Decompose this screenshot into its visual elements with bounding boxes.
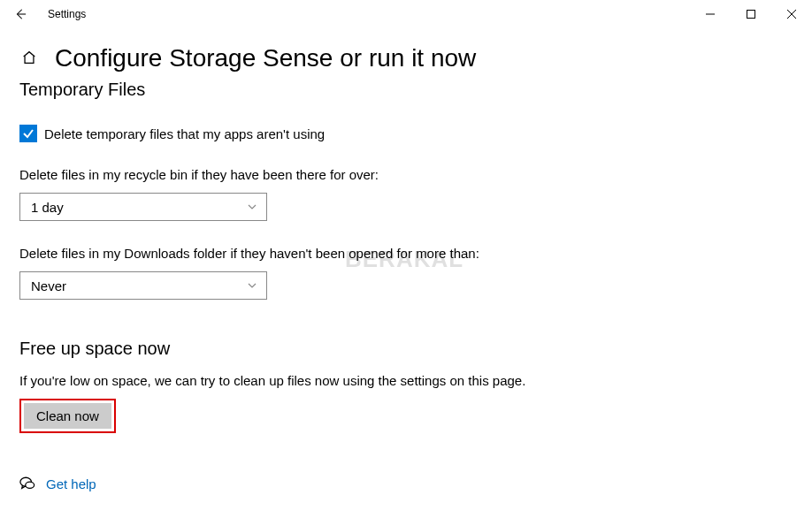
home-button[interactable] — [19, 48, 39, 70]
content-area: Configure Storage Sense or run it now Te… — [0, 28, 812, 491]
delete-temp-checkbox[interactable] — [19, 125, 37, 142]
svg-rect-0 — [747, 11, 755, 19]
free-space-text: If you're low on space, we can try to cl… — [19, 373, 793, 388]
temp-files-heading: Temporary Files — [19, 80, 793, 100]
clean-now-highlight: Clean now — [19, 399, 116, 433]
recycle-bin-label: Delete files in my recycle bin if they h… — [19, 167, 793, 182]
clean-now-button[interactable]: Clean now — [24, 403, 111, 429]
page-title: Configure Storage Sense or run it now — [55, 44, 476, 72]
arrow-left-icon — [14, 8, 27, 20]
header-row: Configure Storage Sense or run it now — [19, 44, 793, 72]
downloads-label: Delete files in my Downloads folder if t… — [19, 246, 793, 261]
minimize-icon — [706, 10, 715, 19]
free-space-heading: Free up space now — [19, 339, 793, 359]
get-help-link[interactable]: Get help — [46, 476, 96, 491]
recycle-bin-select[interactable]: 1 day — [19, 193, 267, 221]
help-row: Get help — [19, 476, 793, 491]
recycle-bin-value: 1 day — [31, 200, 64, 215]
back-button[interactable] — [0, 0, 41, 28]
svg-point-2 — [26, 482, 34, 488]
minimize-button[interactable] — [690, 0, 731, 28]
title-bar: Settings — [0, 0, 812, 28]
close-icon — [787, 10, 796, 19]
downloads-select[interactable]: Never — [19, 271, 267, 300]
window-controls — [690, 0, 812, 28]
chat-icon — [19, 476, 35, 491]
maximize-button[interactable] — [731, 0, 771, 28]
close-button[interactable] — [771, 0, 812, 28]
chevron-down-icon — [247, 200, 257, 215]
home-icon — [21, 50, 37, 65]
maximize-icon — [747, 10, 755, 19]
delete-temp-checkbox-row: Delete temporary files that my apps aren… — [19, 125, 793, 142]
window-title: Settings — [48, 8, 86, 20]
check-icon — [22, 127, 34, 140]
downloads-value: Never — [31, 278, 66, 293]
chevron-down-icon — [247, 278, 257, 293]
delete-temp-checkbox-label: Delete temporary files that my apps aren… — [44, 126, 325, 141]
